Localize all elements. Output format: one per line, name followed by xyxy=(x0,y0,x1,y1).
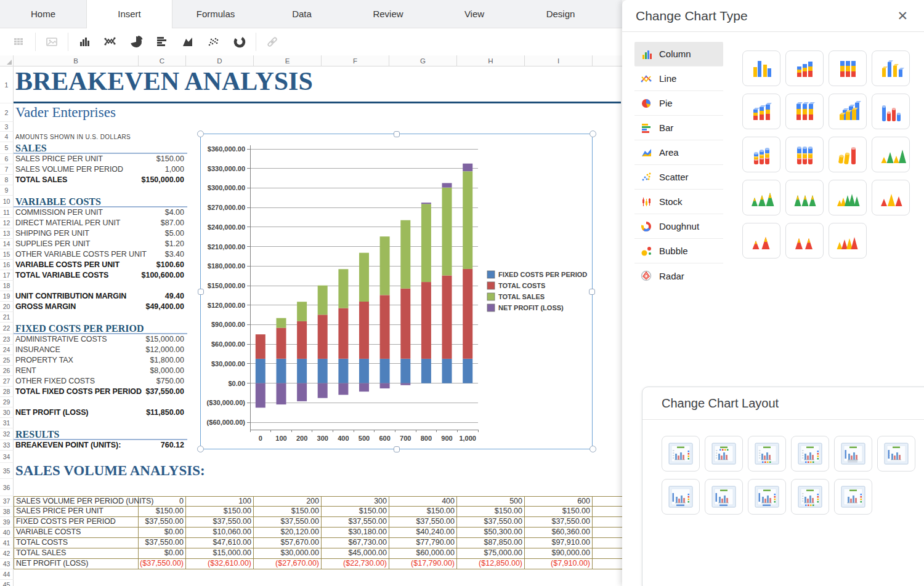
row-header-20[interactable]: 20 xyxy=(0,302,14,312)
chart-layout-11[interactable] xyxy=(834,479,872,515)
row-header-8[interactable]: 8 xyxy=(0,175,14,185)
row-header-40[interactable]: 40 xyxy=(0,528,14,538)
chart-subtype-100-stacked-cylinder[interactable] xyxy=(785,137,824,172)
row-header-2[interactable]: 2 xyxy=(0,103,14,122)
chart-resize-handle-w[interactable] xyxy=(198,289,204,295)
chart-resize-handle-sw[interactable] xyxy=(197,446,204,452)
chart-type-item-pie[interactable]: Pie xyxy=(634,91,723,116)
insert-line-chart-icon[interactable] xyxy=(97,31,123,52)
row-header-25[interactable]: 25 xyxy=(0,355,14,366)
chart-resize-handle-nw[interactable] xyxy=(197,130,204,137)
chart-resize-handle-s[interactable] xyxy=(394,446,400,452)
row-header-16[interactable]: 16 xyxy=(0,260,14,270)
row-header-38[interactable]: 38 xyxy=(0,507,14,517)
chart-subtype-stacked-column[interactable] xyxy=(785,50,824,86)
chart-subtype-3d-column[interactable] xyxy=(829,94,867,129)
chart-layout-4[interactable] xyxy=(791,436,829,472)
close-icon[interactable]: ✕ xyxy=(894,7,910,25)
row-header-32[interactable]: 32 xyxy=(0,428,14,440)
chart-type-item-line[interactable]: Line xyxy=(634,66,723,91)
row-header-37[interactable]: 37 xyxy=(0,496,14,507)
row-header-12[interactable]: 12 xyxy=(0,218,14,228)
tab-insert[interactable]: Insert xyxy=(86,0,172,28)
chart-type-item-bubble[interactable]: Bubble xyxy=(634,239,723,263)
row-header-26[interactable]: 26 xyxy=(0,366,14,376)
chart-layout-1[interactable] xyxy=(662,436,700,472)
chart-layout-3[interactable] xyxy=(748,436,786,472)
insert-bar-chart-icon[interactable] xyxy=(149,31,175,52)
chart-subtype-3d-100-stacked-column[interactable] xyxy=(785,94,824,129)
chart-type-item-radar[interactable]: Radar xyxy=(634,263,723,288)
tab-home[interactable]: Home xyxy=(0,0,86,28)
select-all-corner[interactable] xyxy=(0,55,14,66)
row-header-41[interactable]: 41 xyxy=(0,538,14,548)
chart-subtype-3d-cone[interactable] xyxy=(829,180,867,215)
insert-scatter-chart-icon[interactable] xyxy=(201,31,227,52)
tab-view[interactable]: View xyxy=(431,0,517,28)
embedded-breakeven-chart[interactable]: $360,000.00$330,000.00$300,000.00$270,00… xyxy=(200,134,593,449)
column-header-j[interactable] xyxy=(593,55,622,66)
row-header-29[interactable]: 29 xyxy=(0,397,14,407)
chart-subtype-100-stacked-pyramid[interactable] xyxy=(785,223,824,259)
row-header-15[interactable]: 15 xyxy=(0,249,14,260)
row-header-33[interactable]: 33 xyxy=(0,440,14,451)
row-header-4[interactable]: 4 xyxy=(0,132,14,142)
insert-column-chart-icon[interactable] xyxy=(71,31,97,52)
tab-data[interactable]: Data xyxy=(259,0,345,28)
chart-subtype-clustered-pyramid[interactable] xyxy=(872,180,910,215)
row-header-35[interactable]: 35 xyxy=(0,463,14,479)
row-header-14[interactable]: 14 xyxy=(0,239,14,249)
row-header-27[interactable]: 27 xyxy=(0,376,14,387)
chart-layout-8[interactable] xyxy=(705,479,743,515)
row-header-3[interactable]: 3 xyxy=(0,122,14,132)
row-header-7[interactable]: 7 xyxy=(0,164,14,175)
chart-type-item-column[interactable]: Column xyxy=(634,42,723,66)
row-header-6[interactable]: 6 xyxy=(0,154,14,164)
chart-layout-9[interactable] xyxy=(748,479,786,515)
chart-type-item-scatter[interactable]: Scatter xyxy=(634,165,723,190)
row-header-42[interactable]: 42 xyxy=(0,548,14,559)
insert-doughnut-chart-icon[interactable] xyxy=(227,31,253,52)
row-header-28[interactable]: 28 xyxy=(0,387,14,397)
row-header-43[interactable]: 43 xyxy=(0,559,14,569)
chart-type-item-doughnut[interactable]: Doughnut xyxy=(634,214,723,239)
column-header-h[interactable]: H xyxy=(457,55,525,66)
row-header-5[interactable]: 5 xyxy=(0,142,14,154)
insert-pie-chart-icon[interactable] xyxy=(123,31,149,52)
chart-subtype-3d-clustered-column[interactable] xyxy=(872,50,910,86)
chart-subtype-clustered-cylinder[interactable] xyxy=(872,94,910,129)
chart-subtype-100-stacked-column[interactable] xyxy=(829,50,867,86)
insert-area-chart-icon[interactable] xyxy=(175,31,201,52)
row-header-17[interactable]: 17 xyxy=(0,270,14,281)
chart-subtype-3d-stacked-column[interactable] xyxy=(742,94,780,129)
chart-subtype-100-stacked-cone[interactable] xyxy=(785,180,824,215)
row-header-13[interactable]: 13 xyxy=(0,228,14,239)
chart-layout-6[interactable] xyxy=(877,436,915,472)
chart-layout-7[interactable] xyxy=(662,479,700,515)
chart-subtype-stacked-cone[interactable] xyxy=(742,180,780,215)
row-header-9[interactable]: 9 xyxy=(0,185,14,196)
tab-review[interactable]: Review xyxy=(345,0,431,28)
row-header-34[interactable]: 34 xyxy=(0,451,14,463)
column-header-i[interactable]: I xyxy=(525,55,593,66)
tab-design[interactable]: Design xyxy=(517,0,604,28)
row-header-39[interactable]: 39 xyxy=(0,517,14,528)
row-header-11[interactable]: 11 xyxy=(0,207,14,218)
chart-resize-handle-e[interactable] xyxy=(589,289,595,295)
row-header-21[interactable]: 21 xyxy=(0,312,14,323)
chart-subtype-stacked-pyramid[interactable] xyxy=(742,223,780,259)
chart-layout-2[interactable] xyxy=(705,436,743,472)
chart-layout-5[interactable] xyxy=(834,436,872,472)
chart-subtype-clustered-column[interactable] xyxy=(742,50,780,86)
chart-subtype-3d-pyramid[interactable] xyxy=(829,223,867,259)
chart-type-item-area[interactable]: Area xyxy=(634,140,723,165)
chart-subtype-clustered-cone[interactable] xyxy=(872,137,910,172)
row-header-18[interactable]: 18 xyxy=(0,281,14,291)
tab-formulas[interactable]: Formulas xyxy=(172,0,259,28)
column-header-f[interactable]: F xyxy=(322,55,389,66)
chart-resize-handle-ne[interactable] xyxy=(590,130,596,137)
chart-subtype-3d-cylinder[interactable] xyxy=(829,137,867,172)
row-header-1[interactable]: 1 xyxy=(0,66,14,103)
row-header-45[interactable]: 45 xyxy=(0,580,14,586)
row-header-44[interactable]: 44 xyxy=(0,569,14,580)
